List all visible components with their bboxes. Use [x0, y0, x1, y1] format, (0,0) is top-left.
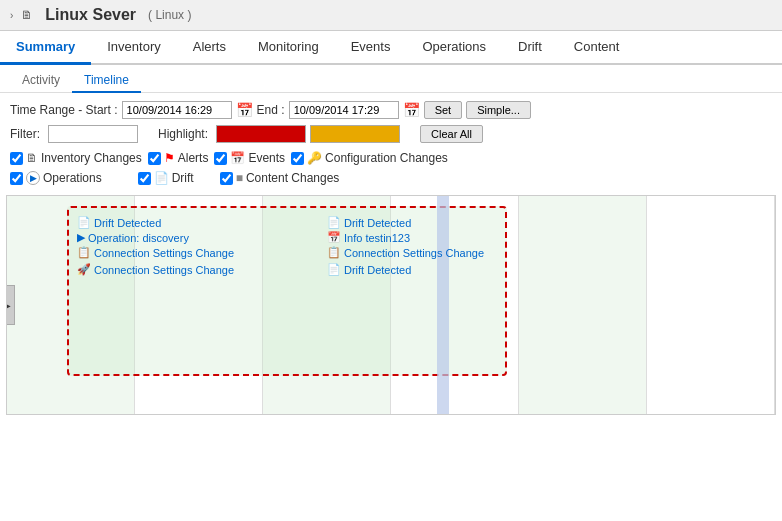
checkbox-events[interactable]: 📅 Events	[214, 151, 285, 165]
event-label-drift-1: Drift Detected	[94, 217, 161, 229]
tab-alerts[interactable]: Alerts	[177, 31, 242, 65]
right-events: 📄 Drift Detected 📅 Info testin123 📋 Conn…	[327, 216, 484, 278]
events-checkbox[interactable]	[214, 152, 227, 165]
filter-group: Filter:	[10, 125, 138, 143]
config-checkbox[interactable]	[291, 152, 304, 165]
clear-all-button[interactable]: Clear All	[420, 125, 483, 143]
alerts-label: Alerts	[178, 151, 209, 165]
timeline-col-5	[519, 196, 647, 414]
inventory-checkbox[interactable]	[10, 152, 23, 165]
checkbox-alerts[interactable]: ⚑ Alerts	[148, 151, 209, 165]
tab-inventory[interactable]: Inventory	[91, 31, 176, 65]
checkbox-operations[interactable]: ▶ Operations	[10, 171, 102, 185]
end-time-input[interactable]	[289, 101, 399, 119]
content-checkbox[interactable]	[220, 172, 233, 185]
time-range-row: Time Range - Start : 📅 End : 📅 Set Simpl…	[10, 101, 772, 119]
info-event-icon-1: 📅	[327, 231, 341, 244]
highlight-label: Highlight:	[158, 127, 208, 141]
event-label-drift-3: Drift Detected	[344, 264, 411, 276]
event-drift-3[interactable]: 📄 Drift Detected	[327, 263, 484, 276]
tab-content[interactable]: Content	[558, 31, 636, 65]
subtab-activity[interactable]: Activity	[10, 69, 72, 93]
operations-label: Operations	[43, 171, 102, 185]
event-operation-1[interactable]: ▶ Operation: discovery	[77, 231, 234, 244]
simple-button[interactable]: Simple...	[466, 101, 531, 119]
sub-tabs: Activity Timeline	[0, 65, 782, 93]
server-title: Linux Sever	[45, 6, 136, 24]
tab-drift[interactable]: Drift	[502, 31, 558, 65]
event-conn-2[interactable]: 🚀 Connection Settings Change	[77, 263, 234, 276]
tab-operations[interactable]: Operations	[406, 31, 502, 65]
event-label-info-1: Info testin123	[344, 232, 410, 244]
top-bar: › 🗎 Linux Sever ( Linux )	[0, 0, 782, 31]
server-icon: 🗎	[21, 8, 33, 22]
drift-icon: 📄	[154, 171, 169, 185]
end-calendar-icon[interactable]: 📅	[403, 102, 420, 118]
inventory-icon: 🗎	[26, 151, 38, 165]
alerts-checkbox[interactable]	[148, 152, 161, 165]
checkbox-inventory[interactable]: 🗎 Inventory Changes	[10, 151, 142, 165]
checkbox-drift[interactable]: 📄 Drift	[138, 171, 194, 185]
content-icon: ■	[236, 171, 243, 185]
config-icon: 🔑	[307, 151, 322, 165]
checkbox-config[interactable]: 🔑 Configuration Changes	[291, 151, 448, 165]
subtab-timeline[interactable]: Timeline	[72, 69, 141, 93]
drift-event-icon-3: 📄	[327, 263, 341, 276]
event-conn-3[interactable]: 📋 Connection Settings Change	[327, 246, 484, 259]
start-calendar-icon[interactable]: 📅	[236, 102, 253, 118]
event-label-op-1: Operation: discovery	[88, 232, 189, 244]
expand-icon: ▶	[6, 300, 11, 311]
end-label: End :	[257, 103, 285, 117]
drift-checkbox[interactable]	[138, 172, 151, 185]
start-time-input[interactable]	[122, 101, 232, 119]
event-conn-1[interactable]: 📋 Connection Settings Change	[77, 246, 234, 259]
operations-checkbox[interactable]	[10, 172, 23, 185]
set-button[interactable]: Set	[424, 101, 463, 119]
checkbox-content[interactable]: ■ Content Changes	[220, 171, 340, 185]
event-info-1[interactable]: 📅 Info testin123	[327, 231, 484, 244]
controls-area: Time Range - Start : 📅 End : 📅 Set Simpl…	[0, 93, 782, 191]
checkbox-row-1: 🗎 Inventory Changes ⚑ Alerts 📅 Events 🔑 …	[10, 147, 772, 167]
main-tabs: Summary Inventory Alerts Monitoring Even…	[0, 31, 782, 65]
drift-event-icon-2: 📄	[327, 216, 341, 229]
timeline-area: 📄 Drift Detected ▶ Operation: discovery …	[6, 195, 776, 415]
time-range-label: Time Range - Start :	[10, 103, 118, 117]
conn-event-icon-3: 📋	[327, 246, 341, 259]
event-label-conn-1: Connection Settings Change	[94, 247, 234, 259]
checkbox-row-2: ▶ Operations 📄 Drift ■ Content Changes	[10, 167, 772, 187]
highlight-group: Highlight:	[158, 125, 400, 143]
highlight-red-input[interactable]	[216, 125, 306, 143]
filter-row: Filter: Highlight: Clear All	[10, 125, 772, 143]
tab-summary[interactable]: Summary	[0, 31, 91, 65]
tab-events[interactable]: Events	[335, 31, 407, 65]
operations-icon: ▶	[26, 171, 40, 185]
breadcrumb-arrow: ›	[10, 10, 13, 21]
conn-event-icon-1: 📋	[77, 246, 91, 259]
left-events: 📄 Drift Detected ▶ Operation: discovery …	[77, 216, 234, 278]
filter-label: Filter:	[10, 127, 40, 141]
server-subtitle: ( Linux )	[148, 8, 191, 22]
alerts-icon: ⚑	[164, 151, 175, 165]
timeline-expand-button[interactable]: ▶	[6, 285, 15, 325]
event-label-conn-3: Connection Settings Change	[344, 247, 484, 259]
drift-event-icon-1: 📄	[77, 216, 91, 229]
highlight-yellow-input[interactable]	[310, 125, 400, 143]
event-drift-2[interactable]: 📄 Drift Detected	[327, 216, 484, 229]
inventory-label: Inventory Changes	[41, 151, 142, 165]
conn-event-icon-2: 🚀	[77, 263, 91, 276]
drift-label: Drift	[172, 171, 194, 185]
tab-monitoring[interactable]: Monitoring	[242, 31, 335, 65]
content-label: Content Changes	[246, 171, 339, 185]
operation-event-icon-1: ▶	[77, 231, 85, 244]
events-icon: 📅	[230, 151, 245, 165]
config-label: Configuration Changes	[325, 151, 448, 165]
events-label: Events	[248, 151, 285, 165]
event-label-conn-2: Connection Settings Change	[94, 264, 234, 276]
timeline-col-6	[647, 196, 775, 414]
filter-input[interactable]	[48, 125, 138, 143]
event-drift-1[interactable]: 📄 Drift Detected	[77, 216, 234, 229]
event-label-drift-2: Drift Detected	[344, 217, 411, 229]
